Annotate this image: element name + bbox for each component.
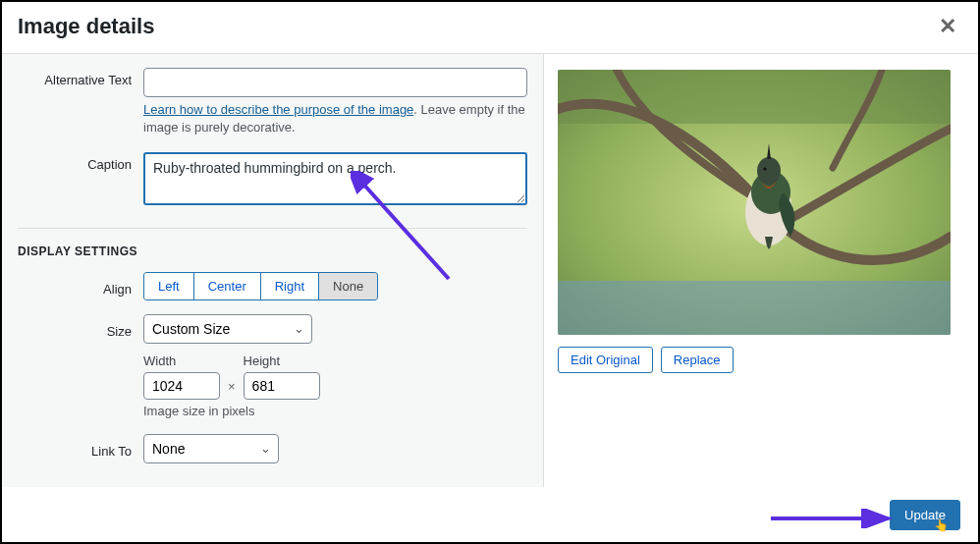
form-panel: Alternative Text Learn how to describe t… — [2, 54, 544, 487]
dialog-title: Image details — [18, 14, 154, 39]
width-input[interactable] — [143, 372, 220, 400]
link-to-select[interactable]: None — [143, 434, 279, 463]
alt-text-label: Alternative Text — [18, 68, 143, 87]
divider — [18, 228, 527, 229]
size-label: Size — [18, 319, 143, 339]
align-left-button[interactable]: Left — [143, 272, 194, 300]
height-input[interactable] — [244, 372, 320, 400]
align-right-button[interactable]: Right — [260, 272, 319, 300]
close-button[interactable]: ✕ — [933, 14, 962, 39]
size-note: Image size in pixels — [143, 404, 527, 418]
svg-point-6 — [763, 167, 766, 170]
link-to-label: Link To — [18, 439, 143, 459]
align-label: Align — [18, 277, 143, 297]
image-preview — [558, 70, 951, 335]
update-button[interactable]: Update — [890, 500, 960, 530]
svg-point-5 — [757, 157, 781, 185]
align-none-button[interactable]: None — [318, 272, 378, 300]
alt-text-input[interactable] — [143, 68, 527, 97]
align-segmented: Left Center Right None — [143, 272, 378, 300]
dialog-footer: Update — [2, 487, 978, 542]
display-settings-heading: DISPLAY SETTINGS — [18, 245, 527, 258]
align-center-button[interactable]: Center — [193, 272, 261, 300]
times-symbol: × — [228, 360, 236, 394]
alt-help-link[interactable]: Learn how to describe the purpose of the… — [143, 102, 413, 117]
height-label: Height — [244, 354, 320, 368]
dialog-header: Image details ✕ — [2, 2, 978, 54]
size-select[interactable]: Custom Size — [143, 314, 312, 344]
edit-original-button[interactable]: Edit Original — [558, 347, 653, 373]
preview-panel: Edit Original Replace — [544, 54, 978, 487]
svg-rect-2 — [558, 281, 951, 335]
caption-input[interactable] — [143, 152, 527, 205]
image-details-dialog: Image details ✕ Alternative Text Learn h… — [0, 0, 980, 544]
dimension-fields: Width × Height — [143, 354, 527, 400]
alt-text-help: Learn how to describe the purpose of the… — [143, 97, 527, 146]
close-icon: ✕ — [939, 14, 956, 38]
caption-label: Caption — [18, 152, 143, 172]
width-label: Width — [143, 354, 220, 368]
replace-button[interactable]: Replace — [661, 347, 734, 373]
